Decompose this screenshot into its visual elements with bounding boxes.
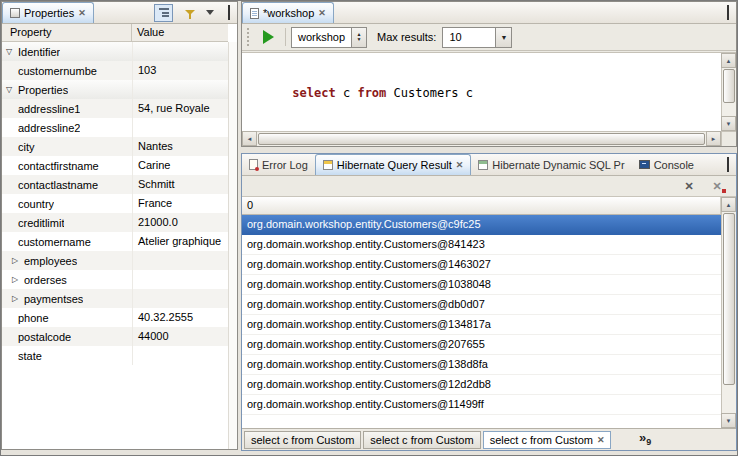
maximize-button[interactable] (727, 159, 729, 171)
property-row[interactable]: addressline1 54, rue Royale (2, 99, 228, 118)
view-menu-icon[interactable] (206, 10, 214, 15)
max-results-combo[interactable]: 10 ▼ (442, 27, 512, 48)
results-view-controls (713, 154, 736, 175)
query-page-tab[interactable]: select c from Custom ✕ (483, 431, 612, 449)
property-row[interactable]: creditlimit 21000.0 (2, 213, 228, 232)
property-row[interactable]: contactlastname Schmitt (2, 175, 228, 194)
scroll-up-icon[interactable]: ▲ (721, 197, 736, 212)
result-row[interactable]: org.domain.workshop.entity.Customers@138… (242, 355, 721, 375)
property-row[interactable]: contactfirstname Carine (2, 156, 228, 175)
editor-content[interactable]: select c from Customers c ▲ ▼ ◄ ► (242, 52, 736, 146)
scroll-up-icon[interactable]: ▲ (721, 53, 736, 68)
expand-arrow-icon[interactable] (2, 275, 24, 284)
result-row[interactable]: org.domain.workshop.entity.Customers@db0… (242, 295, 721, 315)
property-row[interactable]: postalcode 44000 (2, 327, 228, 346)
chevron-more-icon: » (639, 431, 646, 445)
property-row[interactable]: phone 40.32.2555 (2, 308, 228, 327)
property-row[interactable]: Identifier (2, 42, 228, 61)
property-value (132, 270, 228, 289)
results-column-header[interactable]: 0 (242, 197, 721, 215)
scroll-down-icon[interactable]: ▼ (721, 413, 736, 428)
hql-query-text[interactable]: select c from Customers c (242, 53, 736, 105)
toolbar-grip[interactable] (247, 28, 251, 46)
property-name: paymentses (24, 293, 83, 305)
query-page-tab[interactable]: select c from Custom ✕ (363, 431, 480, 449)
property-value: 40.32.2555 (132, 308, 228, 327)
tab-workshop-editor[interactable]: *workshop ✕ (242, 2, 334, 23)
remove-icon: ✕ (684, 180, 693, 193)
tree-icon (159, 8, 169, 17)
property-row[interactable]: orderses (2, 270, 228, 289)
remove-result-button[interactable]: ✕ (680, 178, 698, 195)
results-vertical-scrollbar[interactable]: ▲ ▼ (721, 197, 736, 428)
expand-arrow-icon[interactable] (2, 294, 24, 303)
property-row[interactable]: customername Atelier graphique (2, 232, 228, 251)
close-icon[interactable]: ✕ (78, 8, 86, 18)
maximize-button[interactable] (228, 7, 230, 19)
tab-error-log[interactable]: Error Log (242, 154, 315, 175)
result-row[interactable]: org.domain.workshop.entity.Customers@207… (242, 335, 721, 355)
close-icon[interactable]: ✕ (456, 160, 464, 170)
properties-icon (10, 8, 20, 18)
scroll-right-icon[interactable]: ► (706, 131, 721, 146)
property-row[interactable]: employees (2, 251, 228, 270)
close-icon[interactable]: ✕ (597, 435, 605, 445)
scrollbar-thumb[interactable] (723, 69, 735, 103)
expand-arrow-icon[interactable] (2, 85, 18, 94)
result-row[interactable]: org.domain.workshop.entity.Customers@841… (242, 235, 721, 255)
property-label-cell: contactfirstname (2, 156, 132, 175)
tab-hibernate-query-result[interactable]: Hibernate Query Result ✕ (315, 154, 472, 175)
query-page-tabs: select c from Custom ✕ select c from Cus… (242, 428, 736, 450)
dropdown-arrow-icon: ▼ (500, 34, 507, 41)
filter-properties-button[interactable] (180, 4, 199, 22)
editor-horizontal-scrollbar[interactable]: ◄ ► (242, 131, 721, 146)
tab-overflow-button[interactable]: » 9 (639, 431, 651, 447)
property-label-cell: addressline2 (2, 118, 132, 137)
max-results-dropdown[interactable]: ▼ (495, 28, 511, 47)
tab-hibernate-dynamic-sql[interactable]: Hibernate Dynamic SQL Pr (471, 154, 631, 175)
expand-arrow-icon[interactable] (2, 256, 24, 265)
column-header-value[interactable]: Value (132, 24, 228, 41)
editor-vertical-scrollbar[interactable]: ▲ ▼ (721, 53, 736, 131)
result-row[interactable]: org.domain.workshop.entity.Customers@146… (242, 255, 721, 275)
property-row[interactable]: state (2, 346, 228, 365)
result-row[interactable]: org.domain.workshop.entity.Customers@c9f… (242, 215, 721, 235)
property-row[interactable]: paymentses (2, 289, 228, 308)
configuration-combo[interactable]: workshop ▲ ▼ (291, 27, 367, 48)
property-value (132, 118, 228, 137)
properties-column-headers: Property Value (2, 24, 228, 42)
property-row[interactable]: customernumbe 103 (2, 61, 228, 80)
result-row[interactable]: org.domain.workshop.entity.Customers@114… (242, 395, 721, 415)
configuration-spinner[interactable]: ▲ ▼ (351, 28, 366, 47)
property-name: contactlastname (18, 179, 98, 191)
property-name: customernumbe (18, 65, 97, 77)
result-row[interactable]: org.domain.workshop.entity.Customers@12d… (242, 375, 721, 395)
property-row[interactable]: Properties (2, 80, 228, 99)
result-row[interactable]: org.domain.workshop.entity.Customers@134… (242, 315, 721, 335)
properties-scrollbar[interactable] (228, 42, 237, 449)
close-icon[interactable]: ✕ (318, 8, 326, 18)
scrollbar-thumb[interactable] (258, 133, 705, 145)
query-tab-label: select c from Custom (370, 434, 473, 446)
tab-properties[interactable]: Properties ✕ (2, 2, 94, 23)
column-header-property[interactable]: Property (2, 24, 132, 41)
property-row[interactable]: country France (2, 194, 228, 213)
scroll-left-icon[interactable]: ◄ (242, 131, 257, 146)
run-query-button[interactable] (256, 26, 280, 48)
property-value (132, 42, 228, 61)
scroll-down-icon[interactable]: ▼ (721, 116, 736, 131)
scrollbar-thumb[interactable] (723, 213, 735, 385)
show-categories-button[interactable] (154, 4, 173, 22)
property-row[interactable]: addressline2 (2, 118, 228, 137)
property-value: 54, rue Royale (132, 99, 228, 118)
result-row[interactable]: org.domain.workshop.entity.Customers@103… (242, 275, 721, 295)
remove-all-results-button[interactable]: ✕ (708, 178, 726, 195)
tab-console[interactable]: Console (632, 154, 701, 175)
property-value (132, 289, 228, 308)
property-name: employees (24, 255, 77, 267)
query-page-tab[interactable]: select c from Custom ✕ (244, 431, 361, 449)
maximize-button[interactable] (727, 7, 729, 19)
expand-arrow-icon[interactable] (2, 47, 18, 56)
property-row[interactable]: city Nantes (2, 137, 228, 156)
console-icon (639, 160, 650, 169)
